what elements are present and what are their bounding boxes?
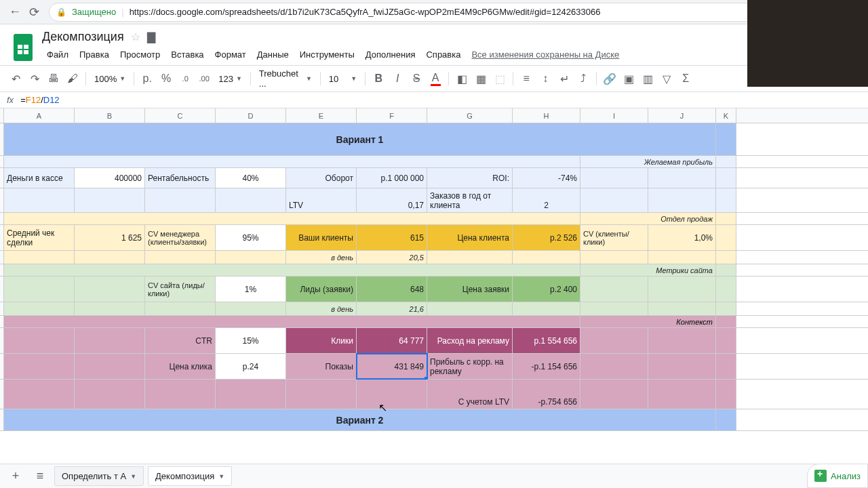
- back-icon[interactable]: ←: [5, 3, 24, 22]
- percent-button[interactable]: %: [157, 70, 175, 87]
- cell[interactable]: Лиды (заявки): [286, 277, 357, 302]
- print-icon[interactable]: 🖶: [45, 70, 62, 87]
- cell[interactable]: р.2 400: [513, 277, 580, 302]
- cell[interactable]: Средний чек сделки: [4, 225, 75, 250]
- formula-bar[interactable]: fx =F12/D12: [0, 92, 868, 108]
- cell[interactable]: Метрики сайта: [580, 264, 716, 276]
- strike-icon[interactable]: S: [408, 70, 425, 87]
- doc-title[interactable]: Декомпозиция: [42, 30, 124, 44]
- fill-color-icon[interactable]: ◧: [453, 70, 471, 87]
- all-sheets-button[interactable]: ≡: [30, 466, 50, 487]
- cell[interactable]: Рентабельность: [145, 168, 216, 188]
- sheets-logo-icon[interactable]: [11, 33, 35, 62]
- currency-button[interactable]: р.: [138, 70, 156, 87]
- cell[interactable]: Ваши клиенты: [286, 225, 357, 250]
- cell[interactable]: 64 777: [357, 328, 427, 353]
- comment-icon[interactable]: ▣: [620, 70, 637, 87]
- cell[interactable]: р.24: [216, 354, 286, 379]
- cell[interactable]: 95%: [216, 225, 286, 250]
- decrease-decimal-button[interactable]: .0: [176, 70, 194, 87]
- menu-edit[interactable]: Правка: [75, 47, 114, 62]
- col-header[interactable]: D: [216, 108, 286, 123]
- borders-icon[interactable]: ▦: [472, 70, 490, 87]
- cell[interactable]: в день: [286, 302, 357, 315]
- col-header[interactable]: F: [357, 108, 427, 123]
- italic-icon[interactable]: I: [389, 70, 406, 87]
- cell[interactable]: Оборот: [286, 168, 357, 188]
- cell[interactable]: -р.1 154 656: [513, 354, 580, 379]
- cell[interactable]: CV сайта (лиды/клики): [145, 277, 216, 302]
- menu-file[interactable]: Файл: [42, 47, 73, 62]
- valign-icon[interactable]: ↕: [536, 70, 554, 87]
- cell[interactable]: -р.754 656: [513, 380, 580, 409]
- filter-icon[interactable]: ▽: [658, 70, 675, 87]
- col-header[interactable]: B: [75, 108, 145, 123]
- font-size-select[interactable]: 10▼: [325, 74, 361, 84]
- selection-handle[interactable]: [425, 377, 427, 379]
- cell[interactable]: CV менеджера (клиенты/заявки): [145, 225, 216, 250]
- saved-status[interactable]: Все изменения сохранены на Диске: [467, 47, 624, 62]
- cell[interactable]: Прибыль с корр. на рекламу: [427, 354, 513, 379]
- cell[interactable]: Цена заявки: [427, 277, 513, 302]
- functions-icon[interactable]: Σ: [677, 70, 694, 87]
- menu-addons[interactable]: Дополнения: [361, 47, 420, 62]
- col-header[interactable]: C: [145, 108, 216, 123]
- sheet-area[interactable]: A B C D E F G H I J K Вариант 1 Желаемая…: [0, 108, 868, 431]
- menu-format[interactable]: Формат: [210, 47, 251, 62]
- cell[interactable]: CTR: [145, 328, 216, 353]
- merge-icon[interactable]: ⬚: [491, 70, 509, 87]
- cell[interactable]: 40%: [216, 168, 286, 188]
- menu-help[interactable]: Справка: [421, 47, 465, 62]
- cell[interactable]: Желаемая прибыль: [580, 156, 716, 167]
- col-header[interactable]: G: [427, 108, 513, 123]
- cell[interactable]: р.1 000 000: [357, 168, 427, 188]
- col-header[interactable]: I: [580, 108, 648, 123]
- cell[interactable]: 1%: [216, 277, 286, 302]
- cell[interactable]: Отдел продаж: [580, 213, 716, 224]
- number-format-select[interactable]: 123▼: [214, 74, 246, 84]
- cell[interactable]: 648: [357, 277, 427, 302]
- cell[interactable]: р.2 526: [513, 225, 580, 250]
- cell[interactable]: 1,0%: [648, 225, 716, 250]
- halign-icon[interactable]: ≡: [517, 70, 535, 87]
- cell[interactable]: LTV: [286, 188, 357, 212]
- cell[interactable]: р.1 554 656: [513, 328, 580, 353]
- font-select[interactable]: Trebuchet ...▼: [255, 68, 316, 89]
- cell[interactable]: 2: [513, 188, 580, 212]
- menu-data[interactable]: Данные: [252, 47, 294, 62]
- chart-icon[interactable]: ▥: [639, 70, 656, 87]
- cell[interactable]: в день: [286, 251, 357, 264]
- col-header[interactable]: E: [286, 108, 357, 123]
- sheet-tab-active[interactable]: Декомпозиция▼: [148, 466, 232, 486]
- cell[interactable]: 20,5: [357, 251, 427, 264]
- undo-icon[interactable]: ↶: [7, 70, 24, 87]
- wrap-icon[interactable]: ↵: [555, 70, 573, 87]
- sheet-tab[interactable]: Определить т А▼: [54, 466, 144, 486]
- cell[interactable]: 615: [357, 225, 427, 250]
- selected-cell[interactable]: 431 849: [357, 354, 427, 379]
- menu-insert[interactable]: Вставка: [166, 47, 208, 62]
- cell[interactable]: CV (клиенты/ клики): [580, 225, 648, 250]
- paint-format-icon[interactable]: 🖌: [64, 70, 81, 87]
- cell[interactable]: -74%: [513, 168, 580, 188]
- cell[interactable]: Клики: [286, 328, 357, 353]
- section-header[interactable]: Вариант 2: [4, 409, 716, 430]
- cell[interactable]: 400000: [75, 168, 145, 188]
- section-header[interactable]: Вариант 1: [4, 123, 716, 155]
- menu-tools[interactable]: Инструменты: [295, 47, 359, 62]
- cell[interactable]: 15%: [216, 328, 286, 353]
- cell[interactable]: 0,17: [357, 188, 427, 212]
- cell[interactable]: Заказов в год от клиента: [427, 188, 513, 212]
- cell[interactable]: Цена клиента: [427, 225, 513, 250]
- cell[interactable]: 1 625: [75, 225, 145, 250]
- cell[interactable]: Показы: [286, 354, 357, 379]
- folder-icon[interactable]: ▇: [147, 30, 155, 43]
- star-icon[interactable]: ☆: [131, 30, 140, 43]
- grid[interactable]: Вариант 1 Желаемая прибыль Деньги в касс…: [0, 123, 868, 431]
- explore-button[interactable]: Анализ: [807, 464, 868, 488]
- increase-decimal-button[interactable]: .00: [195, 70, 213, 87]
- cell[interactable]: 21,6: [357, 302, 427, 315]
- zoom-select[interactable]: 100%▼: [90, 74, 130, 84]
- cell[interactable]: ROI:: [427, 168, 513, 188]
- reload-icon[interactable]: ⟳: [24, 3, 43, 22]
